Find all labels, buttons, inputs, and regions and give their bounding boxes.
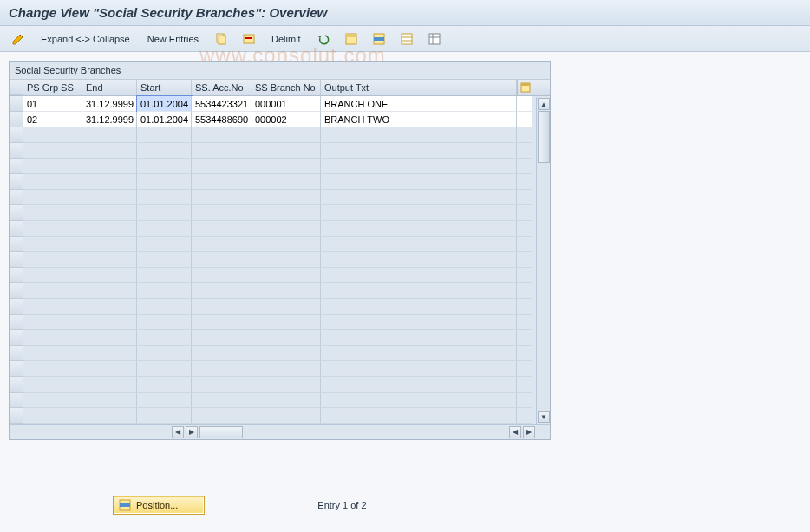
cell-output_txt	[321, 237, 517, 252]
cell-ps_grp_ss	[23, 205, 82, 221]
row-selector[interactable]	[10, 112, 23, 127]
delimit-button[interactable]: Delimit	[265, 30, 307, 48]
column-header-output_txt[interactable]: Output Txt	[321, 80, 517, 95]
cell-ps_grp_ss	[23, 190, 82, 205]
copy-as-button[interactable]	[210, 30, 232, 48]
cell-branch_no	[251, 205, 321, 221]
toolbar: Expand <-> Collapse New Entries Delimit	[0, 26, 810, 52]
toggle-display-change-button[interactable]	[7, 30, 29, 48]
column-header-branch_no[interactable]: SS Branch No	[251, 80, 321, 95]
row-selector[interactable]	[10, 190, 23, 205]
cell-end	[82, 283, 137, 299]
cell-start	[137, 393, 192, 408]
hscroll-right-1[interactable]: ▶	[186, 426, 198, 438]
cell-branch_no	[251, 361, 321, 377]
cell-ps_grp_ss	[23, 330, 82, 346]
row-selector[interactable]	[10, 330, 23, 346]
header-corner[interactable]	[10, 80, 23, 95]
column-header-start[interactable]: Start	[137, 80, 192, 95]
expand-collapse-button[interactable]: Expand <-> Collapse	[35, 30, 136, 48]
row-selector[interactable]	[10, 143, 23, 159]
cell-branch_no	[251, 143, 321, 159]
cell-output_txt	[321, 283, 517, 299]
hscroll-right-2[interactable]: ▶	[523, 426, 535, 438]
column-header-acc_no[interactable]: SS. Acc.No	[192, 80, 251, 95]
row-selector[interactable]	[10, 315, 23, 330]
column-header-end[interactable]: End	[82, 80, 137, 95]
hscroll-track-1[interactable]	[199, 426, 243, 438]
row-selector[interactable]	[10, 237, 23, 252]
column-header-ps_grp_ss[interactable]: PS Grp SS	[23, 80, 82, 95]
row-selector[interactable]	[10, 268, 23, 283]
cell-output_txt	[321, 143, 517, 159]
grid-panel: Social Security Branches PS Grp SSEndSta…	[9, 61, 551, 440]
cell-branch_no[interactable]: 000001	[251, 96, 321, 112]
cell-end	[82, 377, 137, 393]
svg-rect-7	[374, 37, 384, 41]
cell-ps_grp_ss	[23, 408, 82, 424]
cell-start	[137, 159, 192, 174]
row-selector[interactable]	[10, 408, 23, 424]
select-block-button[interactable]	[368, 30, 390, 48]
row-selector[interactable]	[10, 283, 23, 299]
cell-start	[137, 299, 192, 315]
cell-start	[137, 174, 192, 190]
table-row	[10, 361, 550, 377]
row-selector[interactable]	[10, 361, 23, 377]
cell-acc_no	[192, 408, 251, 424]
scroll-thumb[interactable]	[538, 111, 550, 163]
row-selector[interactable]	[10, 377, 23, 393]
table-settings-button[interactable]	[423, 30, 446, 48]
deselect-all-button[interactable]	[395, 30, 418, 48]
cell-branch_no[interactable]: 000002	[251, 112, 321, 127]
row-selector[interactable]	[10, 205, 23, 221]
hscroll-left-1[interactable]: ◀	[172, 426, 184, 438]
cell-output_txt[interactable]: BRANCH TWO	[321, 112, 517, 127]
cell-acc_no[interactable]: 5534423321	[192, 96, 251, 112]
row-selector[interactable]	[10, 346, 23, 361]
row-selector[interactable]	[10, 159, 23, 174]
cell-start[interactable]: 01.01.2004	[137, 96, 192, 112]
hscroll-left-2[interactable]: ◀	[509, 426, 521, 438]
vertical-scrollbar[interactable]: ▲ ▼	[536, 97, 550, 424]
position-button[interactable]: Position...	[113, 496, 205, 515]
cell-output_txt[interactable]: BRANCH ONE	[321, 96, 517, 112]
cell-branch_no	[251, 393, 321, 408]
scroll-up-button[interactable]: ▲	[538, 98, 550, 110]
entry-counter: Entry 1 of 2	[317, 500, 366, 510]
column-config-button[interactable]	[517, 80, 532, 95]
select-all-button[interactable]	[340, 30, 363, 48]
table-row	[10, 377, 550, 393]
cell-acc_no	[192, 361, 251, 377]
cell-ps_grp_ss	[23, 346, 82, 361]
cell-ps_grp_ss	[23, 143, 82, 159]
cell-ps_grp_ss[interactable]: 02	[23, 112, 82, 127]
row-selector[interactable]	[10, 299, 23, 315]
row-selector[interactable]	[10, 174, 23, 190]
undo-change-button[interactable]	[312, 30, 335, 48]
cell-acc_no	[192, 174, 251, 190]
new-entries-button[interactable]: New Entries	[141, 30, 205, 48]
cell-ps_grp_ss	[23, 252, 82, 268]
cell-branch_no	[251, 330, 321, 346]
grid-title: Social Security Branches	[10, 62, 550, 80]
cell-acc_no	[192, 299, 251, 315]
cell-acc_no[interactable]: 5534488690	[192, 112, 251, 127]
cell-end[interactable]: 31.12.9999	[82, 112, 137, 127]
cell-end	[82, 252, 137, 268]
row-selector[interactable]	[10, 127, 23, 143]
delete-button[interactable]	[238, 30, 260, 48]
scroll-down-button[interactable]: ▼	[538, 411, 550, 423]
row-selector[interactable]	[10, 393, 23, 408]
table-row: 0131.12.999901.01.20045534423321000001BR…	[10, 96, 550, 112]
cell-end	[82, 237, 137, 252]
grid-header-row: PS Grp SSEndStartSS. Acc.NoSS Branch NoO…	[10, 80, 550, 96]
row-selector[interactable]	[10, 221, 23, 237]
row-selector[interactable]	[10, 252, 23, 268]
cell-end	[82, 127, 137, 143]
cell-start[interactable]: 01.01.2004	[137, 112, 192, 127]
row-selector[interactable]	[10, 96, 23, 112]
cell-end[interactable]: 31.12.9999	[82, 96, 137, 112]
cell-ps_grp_ss[interactable]: 01	[23, 96, 82, 112]
table-row	[10, 205, 550, 221]
